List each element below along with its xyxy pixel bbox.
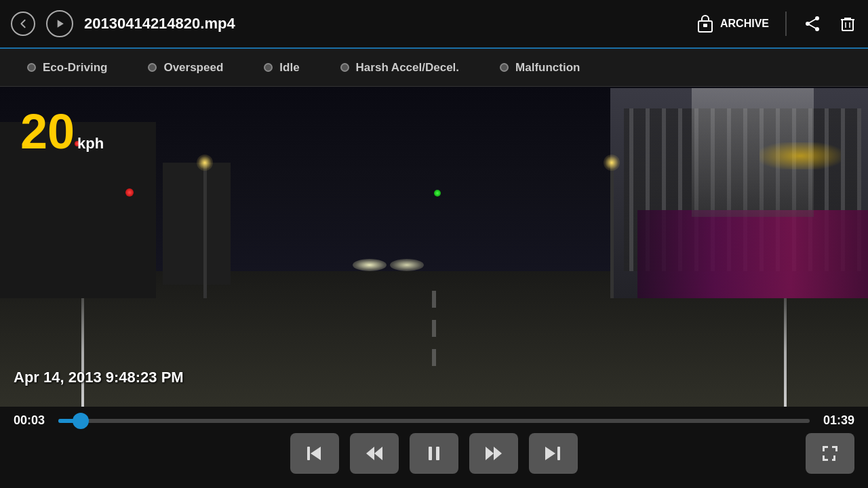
- svg-rect-20: [557, 447, 560, 460]
- filter-label-idle: Idle: [279, 61, 299, 75]
- filter-eco-driving[interactable]: Eco-Driving: [27, 61, 107, 75]
- archive-label: ARCHIVE: [720, 18, 769, 30]
- streetlight-pole-2: [610, 163, 614, 298]
- filter-label-eco: Eco-Driving: [43, 61, 107, 75]
- filter-dot-eco: [27, 63, 36, 72]
- video-timestamp: Apr 14, 2013 9:48:23 PM: [14, 369, 184, 386]
- svg-marker-12: [311, 447, 321, 460]
- filter-bar: Eco-Driving Overspeed Idle Harsh Accel/D…: [0, 49, 868, 87]
- time-current: 00:03: [14, 413, 47, 428]
- sign-glow-right: [760, 142, 841, 169]
- share-button[interactable]: [803, 14, 822, 33]
- file-name: 20130414214820.mp4: [84, 15, 685, 33]
- filter-overspeed[interactable]: Overspeed: [148, 61, 223, 75]
- rewind-button[interactable]: [350, 433, 399, 474]
- road-dash: [432, 349, 436, 366]
- road-center-dashes: [432, 291, 436, 366]
- progress-row: 00:03 01:39: [14, 413, 854, 428]
- fast-forward-button[interactable]: [469, 433, 518, 474]
- road-dash: [432, 291, 436, 308]
- archive-button[interactable]: ARCHIVE: [696, 14, 769, 33]
- svg-rect-2: [703, 24, 707, 27]
- streetlight-pole-1: [203, 163, 207, 298]
- top-bar: 20130414214820.mp4 ARCHIVE: [0, 0, 868, 49]
- delete-button[interactable]: [838, 14, 857, 33]
- traffic-light-red-left: [125, 188, 134, 197]
- svg-rect-16: [436, 447, 439, 460]
- skip-start-button[interactable]: [290, 433, 339, 474]
- speed-number: 20: [20, 107, 75, 156]
- fullscreen-button[interactable]: [806, 433, 854, 474]
- svg-marker-0: [58, 20, 64, 28]
- svg-rect-15: [429, 447, 432, 460]
- filter-label-harsh: Harsh Accel/Decel.: [356, 61, 459, 75]
- svg-line-6: [808, 18, 817, 24]
- filter-dot-idle: [264, 63, 273, 72]
- svg-marker-19: [545, 447, 555, 460]
- headlight-2: [390, 259, 424, 271]
- speed-unit: kph: [77, 135, 104, 152]
- building-left-2: [163, 163, 231, 285]
- filter-idle[interactable]: Idle: [264, 61, 299, 75]
- time-total: 01:39: [821, 413, 854, 428]
- svg-marker-17: [486, 447, 494, 460]
- video-area: 20 kph Apr 14, 2013 9:48:23 PM: [0, 87, 868, 407]
- divider: [785, 12, 787, 36]
- back-button[interactable]: [11, 12, 35, 36]
- filter-dot-overspeed: [148, 63, 157, 72]
- svg-line-7: [808, 24, 817, 29]
- skip-end-button[interactable]: [529, 433, 578, 474]
- svg-rect-11: [307, 447, 310, 460]
- filter-dot-malfunction: [500, 63, 509, 72]
- filter-harsh-accel[interactable]: Harsh Accel/Decel.: [340, 61, 459, 75]
- controls-bar: 00:03 01:39: [0, 407, 868, 488]
- pause-button[interactable]: [410, 433, 458, 474]
- buttons-row: [14, 433, 854, 474]
- building-pink-storefront: [637, 210, 868, 298]
- streetlight-glow-2: [604, 155, 620, 171]
- filter-label-malfunction: Malfunction: [515, 61, 580, 75]
- filter-dot-harsh: [340, 63, 349, 72]
- svg-rect-8: [842, 20, 853, 30]
- speed-display: 20 kph: [20, 107, 104, 156]
- play-button-top[interactable]: [46, 10, 73, 37]
- headlight-1: [353, 259, 387, 271]
- road-dash: [432, 320, 436, 337]
- filter-malfunction[interactable]: Malfunction: [500, 61, 580, 75]
- svg-marker-13: [374, 447, 382, 460]
- top-right-actions: ARCHIVE: [696, 12, 857, 36]
- svg-marker-14: [366, 447, 374, 460]
- filter-label-overspeed: Overspeed: [163, 61, 223, 75]
- svg-marker-18: [494, 447, 502, 460]
- traffic-light-green: [434, 190, 441, 197]
- progress-thumb[interactable]: [73, 413, 89, 429]
- streetlight-glow-1: [197, 155, 213, 171]
- progress-track[interactable]: [58, 419, 810, 423]
